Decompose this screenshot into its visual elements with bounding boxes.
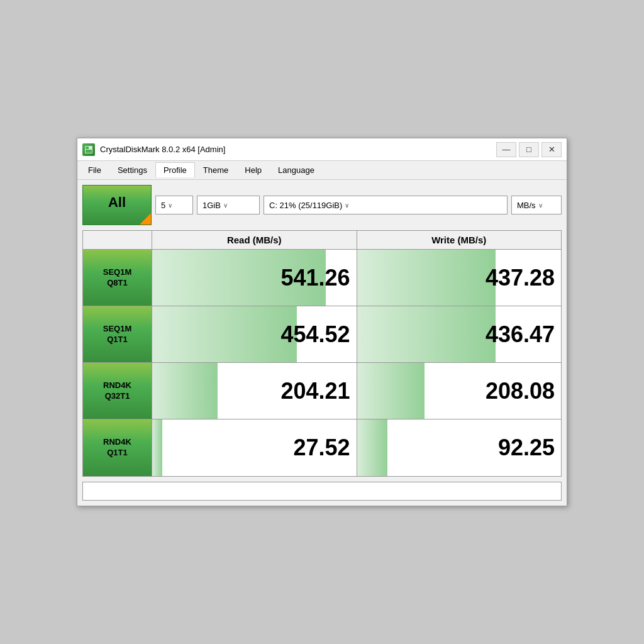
write-bar-1 (357, 306, 496, 362)
read-value-1: 454.52 (280, 321, 350, 348)
read-bar-1 (152, 306, 297, 362)
row-write-0: 437.28 (357, 250, 562, 306)
drive-value: C: 21% (25/119GiB) (269, 201, 342, 210)
drive-dropdown[interactable]: C: 21% (25/119GiB) ∨ (264, 196, 508, 214)
read-bar-2 (152, 363, 218, 419)
write-bar-3 (357, 419, 388, 476)
table-row: SEQ1M Q8T1 541.26 437.28 (83, 250, 561, 306)
count-value: 5 (161, 201, 165, 210)
close-button[interactable]: ✕ (541, 142, 562, 157)
th-read: Read (MB/s) (152, 231, 357, 249)
table-row: RND4K Q1T1 27.52 92.25 (83, 419, 561, 476)
row-label-line2-3: Q1T1 (107, 448, 128, 458)
row-label-1: SEQ1M Q1T1 (83, 306, 152, 362)
unit-value: MB/s (517, 201, 536, 210)
row-write-3: 92.25 (357, 419, 562, 476)
row-label-line1-0: SEQ1M (103, 267, 132, 278)
results-table: Read (MB/s) Write (MB/s) SEQ1M Q8T1 541.… (82, 230, 562, 477)
menu-language[interactable]: Language (270, 162, 323, 178)
read-value-2: 204.21 (280, 378, 350, 404)
write-value-1: 436.47 (486, 321, 555, 348)
row-label-line2-2: Q32T1 (105, 391, 130, 402)
write-bar-0 (357, 250, 496, 306)
row-label-line1-1: SEQ1M (103, 324, 132, 335)
status-bar (82, 482, 562, 501)
app-icon (82, 143, 95, 156)
svg-rect-1 (86, 150, 92, 153)
write-value-0: 437.28 (486, 265, 555, 291)
menu-profile[interactable]: Profile (155, 162, 195, 178)
row-read-1: 454.52 (152, 306, 357, 362)
th-write: Write (MB/s) (357, 231, 562, 249)
drive-arrow: ∨ (345, 202, 349, 209)
row-read-3: 27.52 (152, 419, 357, 476)
count-dropdown[interactable]: 5 ∨ (155, 196, 193, 214)
menu-settings[interactable]: Settings (109, 162, 155, 178)
menu-theme[interactable]: Theme (195, 162, 236, 178)
row-label-2: RND4K Q32T1 (83, 363, 152, 419)
size-value: 1GiB (203, 201, 221, 210)
menu-file[interactable]: File (80, 162, 109, 178)
write-value-3: 92.25 (498, 435, 555, 461)
row-label-3: RND4K Q1T1 (83, 419, 152, 476)
maximize-button[interactable]: □ (519, 142, 539, 157)
table-body: SEQ1M Q8T1 541.26 437.28 SEQ1M Q1T1 454.… (83, 250, 561, 476)
minimize-button[interactable]: — (496, 142, 516, 157)
row-label-line2-1: Q1T1 (107, 335, 128, 345)
read-bar-3 (152, 419, 162, 476)
menu-bar: File Settings Profile Theme Help Languag… (77, 161, 567, 180)
read-value-0: 541.26 (280, 265, 350, 291)
window-title: CrystalDiskMark 8.0.2 x64 [Admin] (100, 145, 496, 154)
all-button[interactable]: All (82, 185, 152, 225)
unit-dropdown[interactable]: MB/s ∨ (511, 196, 562, 214)
row-label-line2-0: Q8T1 (107, 278, 128, 289)
write-bar-2 (357, 363, 425, 419)
write-value-2: 208.08 (486, 378, 555, 404)
size-dropdown[interactable]: 1GiB ∨ (197, 196, 260, 214)
row-label-line1-2: RND4K (103, 380, 131, 391)
menu-help[interactable]: Help (236, 162, 270, 178)
table-row: SEQ1M Q1T1 454.52 436.47 (83, 306, 561, 363)
row-read-2: 204.21 (152, 363, 357, 419)
th-label (83, 231, 152, 249)
row-label-0: SEQ1M Q8T1 (83, 250, 152, 306)
window-controls: — □ ✕ (496, 142, 562, 157)
row-read-0: 541.26 (152, 250, 357, 306)
table-header: Read (MB/s) Write (MB/s) (83, 231, 561, 250)
read-value-3: 27.52 (293, 435, 350, 461)
table-row: RND4K Q32T1 204.21 208.08 (83, 363, 561, 419)
size-arrow: ∨ (223, 202, 228, 209)
app-window: CrystalDiskMark 8.0.2 x64 [Admin] — □ ✕ … (77, 138, 567, 506)
title-bar: CrystalDiskMark 8.0.2 x64 [Admin] — □ ✕ (77, 138, 567, 161)
toolbar: All 5 ∨ 1GiB ∨ C: 21% (25/119GiB) ∨ MB/s… (82, 185, 562, 225)
row-write-2: 208.08 (357, 363, 562, 419)
svg-rect-2 (86, 147, 89, 149)
row-label-line1-3: RND4K (103, 437, 131, 448)
row-write-1: 436.47 (357, 306, 562, 362)
count-arrow: ∨ (168, 202, 172, 209)
main-content: All 5 ∨ 1GiB ∨ C: 21% (25/119GiB) ∨ MB/s… (77, 180, 567, 506)
unit-arrow: ∨ (538, 202, 543, 209)
